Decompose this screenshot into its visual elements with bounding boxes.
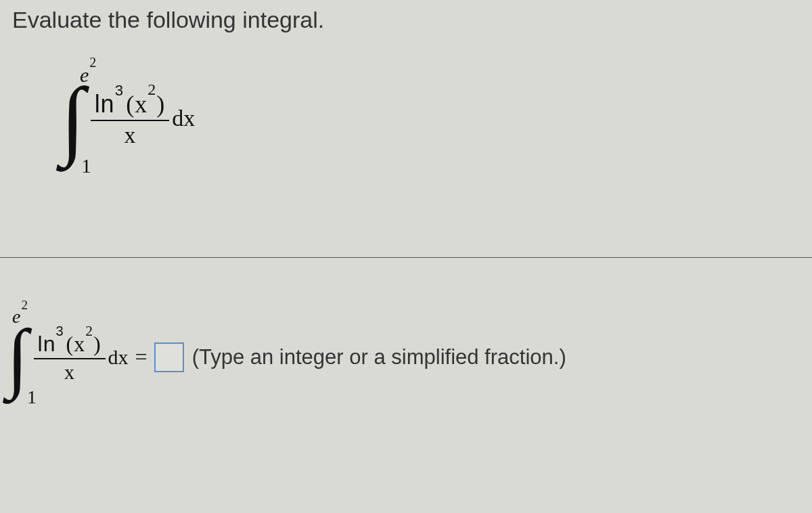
denominator: x — [120, 121, 139, 150]
arg-base-b: x — [74, 332, 85, 356]
lower-limit: 1 — [81, 154, 91, 177]
answer-hint: (Type an integer or a simplified fractio… — [192, 345, 566, 370]
differential: dx — [172, 106, 195, 131]
lower-limit-bottom: 1 — [27, 386, 37, 408]
upper-limit-base-b: e — [12, 306, 20, 327]
problem-prompt: Evaluate the following integral. — [12, 7, 324, 33]
ln-label-b: ln — [38, 332, 56, 356]
denominator-bottom: x — [60, 359, 78, 385]
fraction: ln3 (x2) x — [91, 88, 170, 150]
answer-input[interactable] — [154, 342, 184, 372]
upper-limit-bottom: e2 — [12, 305, 27, 328]
numerator-bottom: ln3 (x2) — [34, 329, 106, 358]
arg-exp: 2 — [148, 81, 156, 98]
fraction-bottom: ln3 (x2) x — [34, 329, 106, 385]
integral-sign: e2 ∫ 1 — [61, 74, 85, 162]
upper-limit-exp-b: 2 — [21, 298, 28, 312]
integral-sign-bottom: e2 ∫ 1 — [7, 318, 28, 396]
arg-exp-b: 2 — [85, 323, 93, 339]
upper-limit: e2 — [80, 62, 95, 87]
arg-base: x — [135, 91, 148, 118]
ln-exponent-b: 3 — [55, 324, 64, 338]
answer-row: e2 ∫ 1 ln3 (x2) x dx = (Type an integer … — [7, 318, 566, 396]
section-divider — [0, 257, 812, 258]
equals-sign: = — [135, 344, 148, 370]
differential-bottom: dx — [108, 346, 129, 369]
upper-limit-base: e — [80, 64, 89, 86]
numerator: ln3 (x2) — [91, 88, 170, 120]
upper-limit-exp: 2 — [89, 55, 96, 70]
ln-exponent: 3 — [115, 82, 124, 99]
ln-label: ln — [95, 90, 115, 118]
integral-display-bottom: e2 ∫ 1 ln3 (x2) x dx = — [7, 318, 154, 396]
integral-display-top: e2 ∫ 1 ln3 (x2) x dx — [61, 74, 195, 162]
